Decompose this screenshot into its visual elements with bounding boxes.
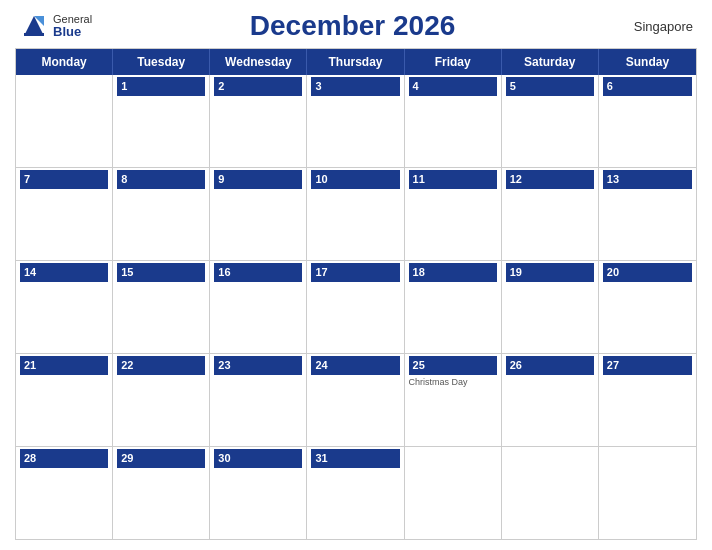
day-cell: 2 [210, 75, 307, 167]
day-number: 18 [409, 263, 497, 282]
day-number: 19 [506, 263, 594, 282]
day-number: 14 [20, 263, 108, 282]
day-cell: 16 [210, 261, 307, 353]
day-cell: 24 [307, 354, 404, 446]
logo: General Blue [19, 11, 92, 41]
weeks-container: 1234567891011121314151617181920212223242… [16, 75, 696, 539]
day-header-sunday: Sunday [599, 49, 696, 75]
day-cell: 21 [16, 354, 113, 446]
day-number: 8 [117, 170, 205, 189]
day-cell: 7 [16, 168, 113, 260]
day-header-tuesday: Tuesday [113, 49, 210, 75]
day-header-monday: Monday [16, 49, 113, 75]
week-row-3: 14151617181920 [16, 261, 696, 354]
day-cell: 18 [405, 261, 502, 353]
day-number: 3 [311, 77, 399, 96]
day-header-friday: Friday [405, 49, 502, 75]
day-cell: 4 [405, 75, 502, 167]
svg-rect-3 [24, 33, 44, 36]
day-headers-row: MondayTuesdayWednesdayThursdayFridaySatu… [16, 49, 696, 75]
day-number: 7 [20, 170, 108, 189]
week-row-2: 78910111213 [16, 168, 696, 261]
day-number: 22 [117, 356, 205, 375]
day-header-wednesday: Wednesday [210, 49, 307, 75]
day-cell [16, 75, 113, 167]
day-number: 5 [506, 77, 594, 96]
day-number: 30 [214, 449, 302, 468]
day-cell: 29 [113, 447, 210, 539]
logo-icon [19, 11, 49, 41]
day-number: 26 [506, 356, 594, 375]
week-row-4: 2122232425Christmas Day2627 [16, 354, 696, 447]
day-number: 24 [311, 356, 399, 375]
region-label: Singapore [613, 19, 693, 34]
day-cell: 12 [502, 168, 599, 260]
day-cell: 3 [307, 75, 404, 167]
day-cell [599, 447, 696, 539]
day-cell: 15 [113, 261, 210, 353]
day-cell: 8 [113, 168, 210, 260]
day-number: 16 [214, 263, 302, 282]
week-row-1: 123456 [16, 75, 696, 168]
day-number: 31 [311, 449, 399, 468]
week-row-5: 28293031 [16, 447, 696, 539]
day-cell [405, 447, 502, 539]
calendar-grid: MondayTuesdayWednesdayThursdayFridaySatu… [15, 48, 697, 540]
day-cell: 14 [16, 261, 113, 353]
day-number: 4 [409, 77, 497, 96]
day-cell: 19 [502, 261, 599, 353]
day-number: 15 [117, 263, 205, 282]
day-number: 12 [506, 170, 594, 189]
day-cell [502, 447, 599, 539]
day-number: 23 [214, 356, 302, 375]
day-number: 10 [311, 170, 399, 189]
day-cell: 28 [16, 447, 113, 539]
calendar-page: General Blue December 2026 Singapore Mon… [0, 0, 712, 550]
day-number: 20 [603, 263, 692, 282]
day-number: 28 [20, 449, 108, 468]
day-cell: 6 [599, 75, 696, 167]
day-number: 13 [603, 170, 692, 189]
day-number: 21 [20, 356, 108, 375]
day-number: 29 [117, 449, 205, 468]
day-number: 27 [603, 356, 692, 375]
day-number: 2 [214, 77, 302, 96]
day-cell: 10 [307, 168, 404, 260]
day-number: 6 [603, 77, 692, 96]
day-number: 1 [117, 77, 205, 96]
day-cell: 1 [113, 75, 210, 167]
day-cell: 20 [599, 261, 696, 353]
logo-blue: Blue [53, 25, 92, 39]
day-cell: 11 [405, 168, 502, 260]
day-cell: 9 [210, 168, 307, 260]
day-cell: 26 [502, 354, 599, 446]
event-label: Christmas Day [409, 377, 497, 387]
day-header-thursday: Thursday [307, 49, 404, 75]
day-cell: 31 [307, 447, 404, 539]
day-number: 11 [409, 170, 497, 189]
logo-text: General Blue [53, 13, 92, 39]
day-cell: 25Christmas Day [405, 354, 502, 446]
day-cell: 17 [307, 261, 404, 353]
page-header: General Blue December 2026 Singapore [15, 10, 697, 42]
page-title: December 2026 [92, 10, 613, 42]
day-header-saturday: Saturday [502, 49, 599, 75]
day-cell: 23 [210, 354, 307, 446]
day-number: 9 [214, 170, 302, 189]
day-cell: 30 [210, 447, 307, 539]
day-cell: 27 [599, 354, 696, 446]
day-number: 17 [311, 263, 399, 282]
day-cell: 13 [599, 168, 696, 260]
day-cell: 22 [113, 354, 210, 446]
day-cell: 5 [502, 75, 599, 167]
day-number: 25 [409, 356, 497, 375]
